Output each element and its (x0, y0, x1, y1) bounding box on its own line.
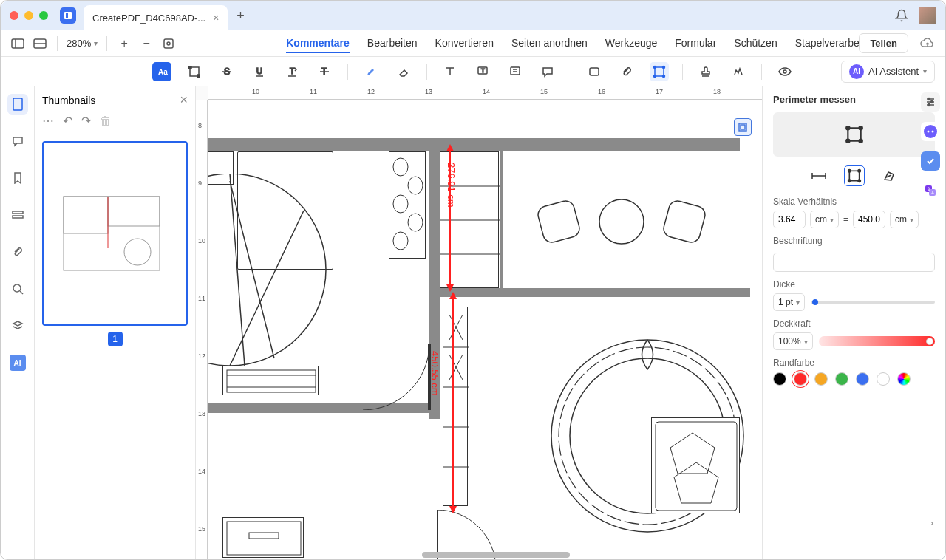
ai-label: AI Assistent (868, 66, 919, 77)
measure-area-mode[interactable] (879, 165, 900, 186)
ai-tab-icon[interactable]: AI (7, 352, 28, 373)
panel-expand-icon[interactable]: › (923, 513, 941, 531)
thumbnails-title: Thumbnails (42, 95, 95, 106)
opacity-label: Deckkraft (773, 318, 935, 329)
callout-tool[interactable]: T (473, 62, 492, 81)
fit-page-icon[interactable] (160, 35, 177, 52)
cloud-upload-icon[interactable] (920, 38, 935, 49)
zoom-out-icon[interactable]: − (138, 35, 154, 52)
svg-rect-1 (66, 13, 68, 18)
document-tab[interactable]: CreatePDF_D4C698AD-... × (84, 5, 228, 30)
scale-to-input[interactable] (853, 211, 885, 228)
menu-konvertieren[interactable]: Konvertieren (435, 34, 494, 53)
tab-add-button[interactable]: + (236, 8, 245, 24)
minimize-window[interactable] (24, 11, 33, 20)
horizontal-scrollbar[interactable] (422, 552, 570, 558)
measure-distance-mode[interactable] (809, 165, 829, 186)
text-annotation-tool[interactable]: Aa (152, 62, 171, 81)
menu-kommentare[interactable]: Kommentare (286, 34, 350, 53)
color-black[interactable] (773, 372, 786, 386)
color-red[interactable] (794, 372, 807, 386)
attachments-tab-icon[interactable] (7, 242, 28, 262)
text-box-tool[interactable] (440, 62, 460, 81)
share-button[interactable]: Teilen (859, 33, 908, 53)
hide-annotations-tool[interactable] (775, 62, 794, 81)
check-icon[interactable] (921, 151, 940, 171)
color-green[interactable] (835, 372, 848, 386)
scale-from-input[interactable] (773, 211, 806, 228)
main-area: AI Thumbnails × ⋯ ↶ ↷ 🗑 1 10 11 (1, 86, 945, 560)
properties-toggle-icon[interactable] (921, 92, 940, 112)
attachment-tool[interactable] (617, 62, 636, 81)
thickness-select[interactable]: 1 pt▾ (773, 293, 805, 311)
color-white[interactable] (877, 372, 890, 386)
thickness-slider[interactable] (811, 301, 935, 304)
measure-perimeter-mode[interactable] (844, 165, 865, 186)
color-custom[interactable] (897, 372, 911, 386)
thumbnails-close-icon[interactable]: × (180, 92, 188, 108)
border-color-label: Randfarbe (773, 358, 935, 368)
color-orange[interactable] (814, 372, 828, 386)
translate-icon[interactable]: 文A (921, 181, 940, 200)
svg-point-48 (408, 177, 423, 194)
opacity-select[interactable]: 100%▾ (773, 332, 813, 350)
underline-tool[interactable]: U (250, 62, 269, 81)
caption-input[interactable] (773, 253, 935, 272)
note-tool[interactable] (506, 62, 525, 81)
svg-rect-55 (536, 199, 581, 244)
menu-seiten-anordnen[interactable]: Seiten anordnen (511, 34, 588, 53)
maximize-window[interactable] (39, 11, 48, 20)
zoom-select[interactable]: 280% ▾ (67, 38, 98, 49)
delete-page-icon[interactable]: 🗑 (100, 115, 112, 128)
ai-assistant-button[interactable]: AI AI Assistent ▾ (841, 61, 935, 83)
page-thumbnail-1[interactable] (42, 141, 188, 326)
layers-tab-icon[interactable] (7, 315, 28, 336)
user-avatar[interactable] (919, 7, 936, 24)
menu-formular[interactable]: Formular (675, 34, 716, 53)
measure-tool[interactable] (650, 62, 669, 81)
svg-rect-93 (849, 171, 859, 180)
svg-point-51 (393, 232, 408, 250)
rotate-right-icon[interactable]: ↷ (81, 114, 91, 128)
page-settings-icon[interactable] (734, 118, 752, 136)
document-canvas[interactable]: 10 11 12 13 14 15 16 17 18 8 9 10 11 12 … (196, 86, 762, 560)
rectangle-tool[interactable] (585, 62, 604, 81)
area-highlight-tool[interactable] (185, 62, 204, 81)
panel-toggle-icon[interactable] (32, 35, 48, 52)
ai-chat-icon[interactable] (921, 122, 940, 141)
horizontal-ruler: 10 11 12 13 14 15 16 17 18 (208, 86, 762, 100)
eraser-tool[interactable] (394, 62, 413, 81)
svg-text:A: A (931, 191, 934, 195)
stamp-tool[interactable] (696, 62, 715, 81)
strikethrough-tool[interactable]: S (217, 62, 236, 81)
menu-bearbeiten[interactable]: Bearbeiten (367, 34, 418, 53)
color-blue[interactable] (856, 372, 869, 386)
comments-tab-icon[interactable] (7, 131, 28, 151)
thumbnails-more-icon[interactable]: ⋯ (42, 114, 54, 128)
close-window[interactable] (10, 11, 18, 20)
furniture-armchair (651, 417, 740, 513)
menu-werkzeuge[interactable]: Werkzeuge (605, 34, 658, 53)
tab-close-icon[interactable]: × (213, 12, 219, 24)
measurement-2[interactable] (444, 292, 462, 513)
highlighter-tool[interactable] (361, 62, 381, 81)
caret-tool[interactable]: T (282, 62, 302, 81)
furniture-rug (208, 174, 355, 366)
zoom-in-icon[interactable]: + (116, 35, 132, 52)
signature-tool[interactable] (729, 62, 748, 81)
bookmarks-tab-icon[interactable] (7, 168, 28, 188)
fields-tab-icon[interactable] (7, 205, 28, 225)
opacity-slider[interactable] (819, 336, 935, 346)
menu-schuetzen[interactable]: Schützen (734, 34, 777, 53)
svg-marker-78 (446, 144, 454, 151)
rotate-left-icon[interactable]: ↶ (63, 114, 72, 128)
color-swatches (773, 372, 935, 386)
notifications-icon[interactable] (895, 9, 908, 22)
thumbnails-tab-icon[interactable] (7, 94, 28, 115)
replace-text-tool[interactable]: T (315, 62, 334, 81)
scale-from-unit[interactable]: cm▾ (810, 211, 839, 228)
comment-tool[interactable] (538, 62, 557, 81)
scale-to-unit[interactable]: cm▾ (890, 211, 919, 228)
search-tab-icon[interactable] (7, 279, 28, 299)
sidebar-toggle-icon[interactable] (10, 35, 26, 52)
